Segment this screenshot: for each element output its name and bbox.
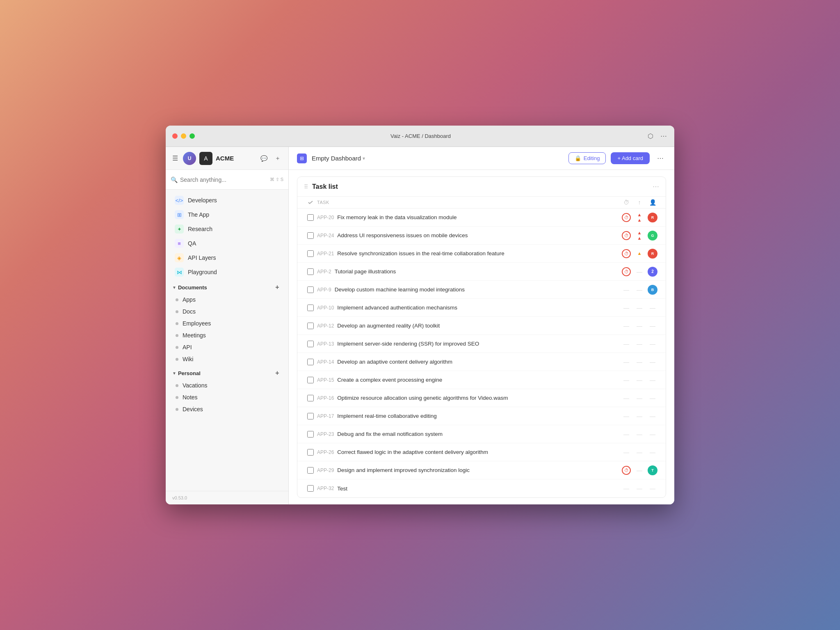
developers-icon: </> — [175, 196, 184, 205]
table-row[interactable]: APP-26 Correct flawed logic in the adapt… — [297, 443, 666, 461]
table-row[interactable]: APP-15 Create a complex event processing… — [297, 371, 666, 389]
main-content: ⊞ Empty Dashboard ▾ 🔒 Editing + Add card… — [289, 147, 674, 504]
dot-icon — [176, 322, 178, 325]
task-checkbox[interactable] — [307, 232, 314, 239]
task-checkbox[interactable] — [307, 268, 314, 275]
task-checkbox[interactable] — [307, 395, 314, 401]
task-id: APP-26 — [317, 449, 334, 455]
empty-clock: — — [623, 449, 629, 456]
add-icon[interactable]: ＋ — [272, 153, 283, 164]
task-content-cell: APP-10 Implement advanced authentication… — [317, 305, 620, 311]
task-checkbox[interactable] — [307, 286, 314, 293]
task-checkbox[interactable] — [307, 341, 314, 347]
documents-section-header[interactable]: ▼ Documents + — [166, 279, 288, 293]
chat-icon[interactable]: 💬 — [258, 153, 269, 164]
sidebar-item-devices[interactable]: Devices — [168, 403, 286, 415]
sidebar-item-docs[interactable]: Docs — [168, 306, 286, 317]
sidebar-item-theapp[interactable]: ⊞ The App — [168, 208, 286, 222]
share-icon[interactable]: ⬡ — [646, 132, 655, 140]
sidebar-item-employees[interactable]: Employees — [168, 318, 286, 329]
drag-handle-icon[interactable]: ⠿ — [304, 183, 308, 190]
task-checkbox[interactable] — [307, 305, 314, 311]
assignee-cell: — — [646, 449, 659, 456]
table-row[interactable]: APP-23 Debug and fix the email notificat… — [297, 425, 666, 443]
sidebar-item-qa[interactable]: ≡ QA — [168, 236, 286, 250]
assignee-cell: — — [646, 305, 659, 311]
priority-cell: — — [633, 485, 646, 492]
empty-assignee: — — [650, 431, 655, 438]
sidebar-item-meetings[interactable]: Meetings — [168, 330, 286, 341]
empty-priority: — — [637, 323, 642, 329]
priority-cell: — — [633, 449, 646, 456]
task-text: Develop custom machine learning model in… — [335, 286, 465, 293]
dot-icon — [176, 310, 178, 313]
empty-priority: — — [637, 377, 642, 383]
add-personal-button[interactable]: + — [273, 369, 282, 378]
task-checkbox-cell — [304, 359, 317, 365]
task-checkbox[interactable] — [307, 214, 314, 221]
more-menu-button[interactable]: ⋯ — [655, 153, 666, 164]
search-input[interactable] — [180, 176, 267, 183]
task-card-more-button[interactable]: ⋯ — [653, 183, 659, 190]
task-list-container: ⠿ Task list ⋯ TASK ⏱ ↑ — [289, 170, 674, 504]
sidebar-item-apps[interactable]: Apps — [168, 294, 286, 305]
maximize-button[interactable] — [189, 133, 195, 139]
table-row[interactable]: APP-32 Test — — — — [297, 479, 666, 497]
task-checkbox[interactable] — [307, 449, 314, 456]
task-checkbox[interactable] — [307, 377, 314, 383]
table-row[interactable]: APP-2 Tutorial page illustrations ⏱ — 2 — [297, 263, 666, 281]
workspace-icon[interactable]: A — [199, 152, 212, 165]
more-options-icon[interactable]: ⋯ — [660, 132, 668, 140]
table-row[interactable]: APP-13 Implement server-side rendering (… — [297, 335, 666, 353]
task-checkbox[interactable] — [307, 431, 314, 438]
table-row[interactable]: APP-10 Implement advanced authentication… — [297, 299, 666, 317]
table-row[interactable]: APP-12 Develop an augmented reality (AR)… — [297, 317, 666, 335]
task-id: APP-32 — [317, 486, 334, 491]
minimize-button[interactable] — [181, 133, 186, 139]
task-col-header: TASK — [317, 200, 620, 205]
table-row[interactable]: APP-21 Resolve synchronization issues in… — [297, 245, 666, 263]
sidebar-item-api-layers[interactable]: ◈ API Layers — [168, 251, 286, 265]
task-text: Tutorial page illustrations — [335, 268, 396, 275]
table-row[interactable]: APP-24 Address UI responsiveness issues … — [297, 227, 666, 245]
task-checkbox[interactable] — [307, 323, 314, 329]
task-checkbox[interactable] — [307, 413, 314, 419]
task-checkbox[interactable] — [307, 250, 314, 257]
sidebar-item-research[interactable]: ✦ Research — [168, 222, 286, 236]
empty-assignee: — — [650, 413, 655, 419]
table-row[interactable]: APP-16 Optimize resource allocation usin… — [297, 389, 666, 407]
sidebar-item-playground[interactable]: ⋈ Playground — [168, 265, 286, 279]
task-content-cell: APP-13 Implement server-side rendering (… — [317, 341, 620, 347]
add-document-button[interactable]: + — [273, 283, 282, 292]
add-card-button[interactable]: + Add card — [611, 152, 650, 164]
table-row[interactable]: APP-29 Design and implement improved syn… — [297, 461, 666, 479]
caret-icon: ▾ — [363, 156, 365, 161]
task-id: APP-12 — [317, 323, 334, 329]
dot-icon — [176, 396, 178, 399]
priority-cell: — — [633, 341, 646, 347]
task-id: APP-10 — [317, 305, 334, 311]
sidebar-item-notes[interactable]: Notes — [168, 392, 286, 403]
close-button[interactable] — [172, 133, 178, 139]
table-row[interactable]: APP-20 Fix memory leak in the data visua… — [297, 208, 666, 227]
empty-clock: — — [623, 377, 629, 383]
task-id: APP-2 — [317, 269, 331, 275]
table-row[interactable]: APP-9 Develop custom machine learning mo… — [297, 281, 666, 299]
search-bar[interactable]: 🔍 ⌘ ⇧ S — [166, 170, 288, 190]
sidebar-item-developers[interactable]: </> Developers — [168, 193, 286, 207]
chevron-down-icon: ▼ — [172, 285, 176, 290]
menu-toggle-icon[interactable]: ☰ — [171, 153, 180, 164]
task-checkbox[interactable] — [307, 485, 314, 492]
sidebar-item-api[interactable]: API — [168, 341, 286, 353]
user-avatar[interactable]: U — [183, 152, 196, 165]
editing-button[interactable]: 🔒 Editing — [568, 152, 606, 164]
personal-section-header[interactable]: ▼ Personal + — [166, 365, 288, 379]
table-row[interactable]: APP-17 Implement real-time collaborative… — [297, 407, 666, 425]
sidebar-item-wiki[interactable]: Wiki — [168, 353, 286, 365]
task-card: ⠿ Task list ⋯ TASK ⏱ ↑ — [297, 176, 666, 498]
clock-cell: — — [620, 377, 633, 383]
task-checkbox[interactable] — [307, 467, 314, 474]
table-row[interactable]: APP-14 Develop an adaptive content deliv… — [297, 353, 666, 371]
task-checkbox[interactable] — [307, 359, 314, 365]
sidebar-item-vacations[interactable]: Vacations — [168, 380, 286, 391]
